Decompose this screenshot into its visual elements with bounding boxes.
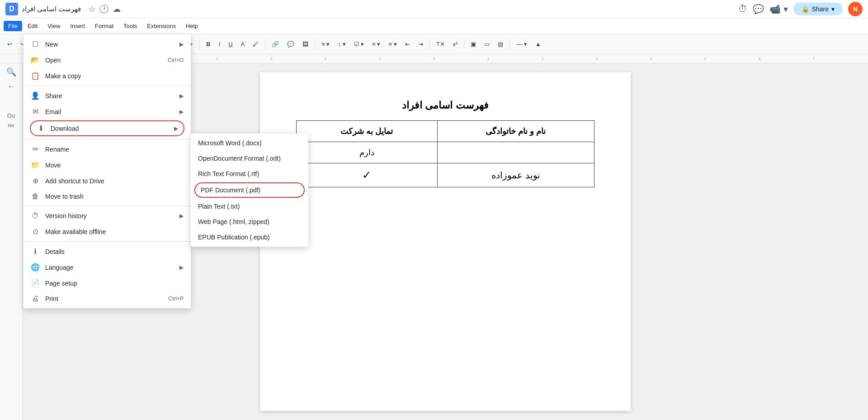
insert-image-button[interactable]: 🖼 bbox=[299, 39, 312, 49]
sidebar: 🔍 ← Ou He bbox=[0, 63, 23, 420]
open-icon: 📂 bbox=[31, 56, 40, 64]
menu-item-offline[interactable]: ⊙ Make available offline bbox=[24, 224, 191, 239]
title-bar-right: ⏱ 💬 📹 ▾ 🔒 Share ▾ N bbox=[738, 2, 863, 16]
toolbar-separator-5 bbox=[265, 39, 265, 50]
menu-item-details[interactable]: ℹ Details bbox=[24, 243, 191, 259]
line-spacing-button[interactable]: ↕ ▾ bbox=[334, 39, 349, 49]
video-call-icon[interactable]: 📹 ▾ bbox=[769, 4, 788, 14]
menu-item-tools[interactable]: Tools bbox=[119, 21, 142, 31]
underline-button[interactable]: U bbox=[225, 39, 236, 49]
menu-item-move[interactable]: 📁 Move bbox=[24, 157, 191, 173]
border-color-button[interactable]: ▭ bbox=[481, 39, 493, 49]
download-icon: ⬇ bbox=[36, 124, 45, 133]
undo-button[interactable]: ↩ bbox=[4, 39, 16, 49]
superscript-button[interactable]: x² bbox=[449, 39, 462, 49]
title-bar: D فهرست اسامی افراد ☆ 🕐 ☁ ⏱ 💬 📹 ▾ 🔒 Shar… bbox=[0, 0, 868, 18]
submenu-arrow-email: ▶ bbox=[179, 109, 184, 115]
heading-icon[interactable]: He bbox=[8, 123, 14, 128]
comment-icon[interactable]: 💬 bbox=[753, 4, 764, 14]
submenu-arrow-new: ▶ bbox=[179, 41, 184, 48]
menu-item-help[interactable]: Help bbox=[181, 21, 203, 31]
menu-item-view[interactable]: View bbox=[43, 21, 65, 31]
increase-indent-button[interactable]: ⇥ bbox=[415, 39, 427, 49]
clear-format-button[interactable]: T✕ bbox=[433, 39, 448, 49]
new-icon: ☐ bbox=[31, 40, 40, 48]
document-table: نام و نام خاتوادگی تمایل به شرکت دارم نو… bbox=[296, 120, 594, 187]
download-docx[interactable]: Microsoft Word (.docx) bbox=[191, 135, 308, 151]
details-icon: ℹ bbox=[31, 247, 40, 256]
file-menu: ☐ New ▶ 📂 Open Ctrl+O 📋 Make a copy 👤 Sh… bbox=[24, 34, 191, 308]
menu-item-open[interactable]: 📂 Open Ctrl+O bbox=[24, 52, 191, 68]
menu-item-extensions[interactable]: Extensions bbox=[142, 21, 180, 31]
table-cell-name-1 bbox=[437, 142, 594, 163]
page-setup-icon: 📄 bbox=[31, 279, 40, 287]
title-bar-icons: ☆ 🕐 ☁ bbox=[88, 4, 121, 14]
menu-item-file[interactable]: File bbox=[4, 21, 22, 31]
table-row: نوید عموزاده ✓ bbox=[297, 163, 594, 187]
collapse-toolbar-button[interactable]: ▲ bbox=[532, 39, 545, 49]
table-header-willingness: تمایل به شرکت bbox=[297, 121, 438, 142]
email-icon: ✉ bbox=[31, 107, 40, 116]
toolbar-separator-6 bbox=[315, 39, 315, 50]
back-arrow-icon[interactable]: ← bbox=[8, 82, 15, 91]
avatar[interactable]: N bbox=[848, 2, 863, 16]
document-heading: فهرست اسامی افراد bbox=[296, 100, 594, 111]
cloud-icon[interactable]: ☁ bbox=[113, 4, 121, 14]
menu-item-print[interactable]: 🖨 Print Ctrl+P bbox=[24, 291, 191, 306]
table-row: دارم bbox=[297, 142, 594, 163]
download-epub[interactable]: EPUB Publication (.epub) bbox=[191, 229, 308, 245]
copy-icon: 📋 bbox=[31, 72, 40, 80]
bullet-list-button[interactable]: ≡ ▾ bbox=[368, 39, 384, 49]
menu-item-new[interactable]: ☐ New ▶ bbox=[24, 36, 191, 52]
menu-item-edit[interactable]: Edit bbox=[23, 21, 42, 31]
shading-button[interactable]: ▤ bbox=[494, 39, 507, 49]
page-color-button[interactable]: ▣ bbox=[467, 39, 480, 49]
menu-item-download[interactable]: ⬇ Download ▶ bbox=[30, 120, 184, 136]
menu-item-make-copy[interactable]: 📋 Make a copy bbox=[24, 68, 191, 84]
decrease-indent-button[interactable]: ⇤ bbox=[401, 39, 414, 49]
outline-icon[interactable]: Ou bbox=[7, 112, 15, 119]
menu-item-trash[interactable]: 🗑 Move to trash bbox=[24, 189, 191, 204]
download-html[interactable]: Web Page (.html, zipped) bbox=[191, 214, 308, 229]
insert-link-button[interactable]: 🔗 bbox=[268, 39, 283, 49]
highlight-color-button[interactable]: 🖊 bbox=[249, 39, 262, 49]
italic-button[interactable]: I bbox=[215, 39, 224, 49]
toolbar-separator-7 bbox=[429, 39, 430, 50]
text-color-button[interactable]: A bbox=[237, 39, 249, 49]
lock-icon: 🔒 bbox=[802, 5, 809, 13]
star-icon[interactable]: ☆ bbox=[88, 4, 95, 14]
menu-item-page-setup[interactable]: 📄 Page setup bbox=[24, 275, 191, 291]
undo-history-icon[interactable]: ⏱ bbox=[738, 4, 747, 14]
add-shortcut-icon: ⊕ bbox=[31, 177, 40, 185]
submenu-arrow-version: ▶ bbox=[179, 213, 184, 219]
menu-item-share[interactable]: 👤 Share ▶ bbox=[24, 88, 191, 104]
share-button[interactable]: 🔒 Share ▾ bbox=[793, 3, 843, 15]
file-menu-divider-4 bbox=[24, 241, 191, 242]
file-menu-divider-2 bbox=[24, 139, 191, 139]
share-icon: 👤 bbox=[31, 91, 40, 100]
menu-item-insert[interactable]: Insert bbox=[66, 21, 90, 31]
menu-item-add-shortcut[interactable]: ⊕ Add shortcut to Drive bbox=[24, 173, 191, 189]
menu-item-version-history[interactable]: ⏱ Version history ▶ bbox=[24, 208, 191, 224]
file-menu-divider-3 bbox=[24, 206, 191, 206]
history-icon[interactable]: 🕐 bbox=[99, 4, 109, 14]
line-style-button[interactable]: — ▾ bbox=[513, 39, 531, 49]
download-odt[interactable]: OpenDocument Format (.odt) bbox=[191, 151, 308, 166]
download-txt[interactable]: Plain Text (.txt) bbox=[191, 199, 308, 214]
download-rtf[interactable]: Rich Text Format (.rtf) bbox=[191, 166, 308, 181]
insert-comment-button[interactable]: 💬 bbox=[283, 39, 298, 49]
toolbar-separator-9 bbox=[509, 39, 510, 50]
checklist-button[interactable]: ☑ ▾ bbox=[350, 39, 368, 49]
align-button[interactable]: ≡ ▾ bbox=[318, 39, 333, 49]
table-cell-will-2: ✓ bbox=[297, 163, 438, 187]
chevron-down-icon: ▾ bbox=[831, 5, 835, 13]
menu-item-rename[interactable]: ✏ Rename bbox=[24, 141, 191, 157]
menu-item-email[interactable]: ✉ Email ▶ bbox=[24, 104, 191, 119]
file-menu-divider-1 bbox=[24, 86, 191, 86]
search-icon[interactable]: 🔍 bbox=[6, 67, 16, 77]
numbered-list-button[interactable]: ≡ ▾ bbox=[385, 39, 400, 49]
download-pdf[interactable]: PDF Document (.pdf) bbox=[194, 182, 305, 198]
bold-button[interactable]: B bbox=[203, 39, 214, 49]
menu-item-language[interactable]: 🌐 Language ▶ bbox=[24, 259, 191, 275]
menu-item-format[interactable]: Format bbox=[90, 21, 118, 31]
